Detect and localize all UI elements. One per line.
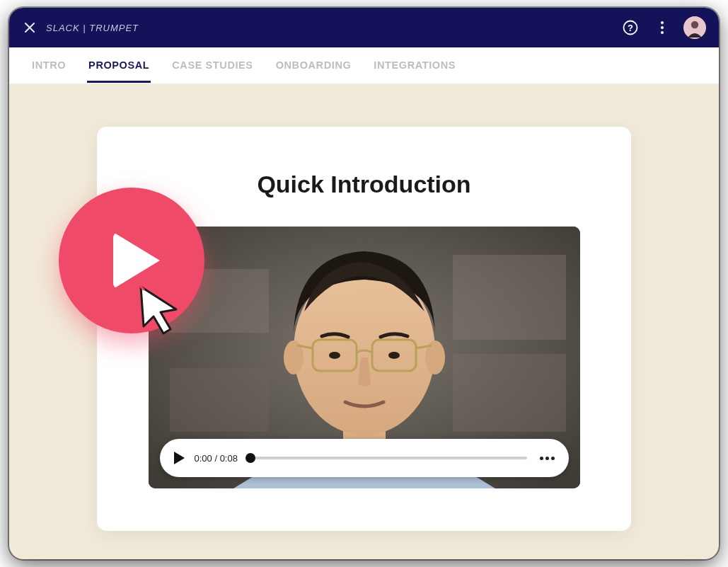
video-controls: 0:00 / 0:08 <box>160 439 569 477</box>
kebab-menu-icon[interactable] <box>654 19 671 36</box>
svg-point-16 <box>329 352 340 359</box>
svg-rect-8 <box>453 354 566 432</box>
svg-rect-9 <box>170 368 269 432</box>
play-icon[interactable] <box>174 452 185 464</box>
card-heading: Quick Introduction <box>131 171 597 198</box>
seek-thumb[interactable] <box>245 453 255 463</box>
more-options-icon[interactable] <box>540 457 555 460</box>
content-area: Quick Introduction <box>9 84 719 531</box>
avatar[interactable] <box>683 16 706 39</box>
big-play-button[interactable] <box>59 188 204 333</box>
tab-case-studies[interactable]: CASE STUDIES <box>171 48 254 83</box>
svg-text:?: ? <box>628 23 633 33</box>
svg-point-17 <box>388 352 400 359</box>
tab-proposal[interactable]: PROPOSAL <box>87 48 151 83</box>
seek-bar[interactable] <box>250 457 527 459</box>
tab-bar: INTRO PROPOSAL CASE STUDIES ONBOARDING I… <box>9 47 719 84</box>
svg-rect-7 <box>453 255 566 340</box>
app-frame: SLACK | TRUMPET ? INTRO PROPOSAL CASE ST… <box>9 8 719 559</box>
help-icon[interactable]: ? <box>620 17 641 38</box>
svg-point-3 <box>691 21 698 28</box>
tab-intro[interactable]: INTRO <box>30 48 67 83</box>
tab-integrations[interactable]: INTEGRATIONS <box>372 48 457 83</box>
tab-onboarding[interactable]: ONBOARDING <box>275 48 353 83</box>
play-triangle-icon <box>113 232 160 289</box>
close-icon[interactable] <box>22 20 37 35</box>
video-player[interactable]: 0:00 / 0:08 <box>149 227 580 488</box>
content-card: Quick Introduction <box>97 127 631 531</box>
page-title: SLACK | TRUMPET <box>46 23 139 33</box>
time-display: 0:00 / 0:08 <box>195 453 238 464</box>
top-header: SLACK | TRUMPET ? <box>9 8 719 47</box>
